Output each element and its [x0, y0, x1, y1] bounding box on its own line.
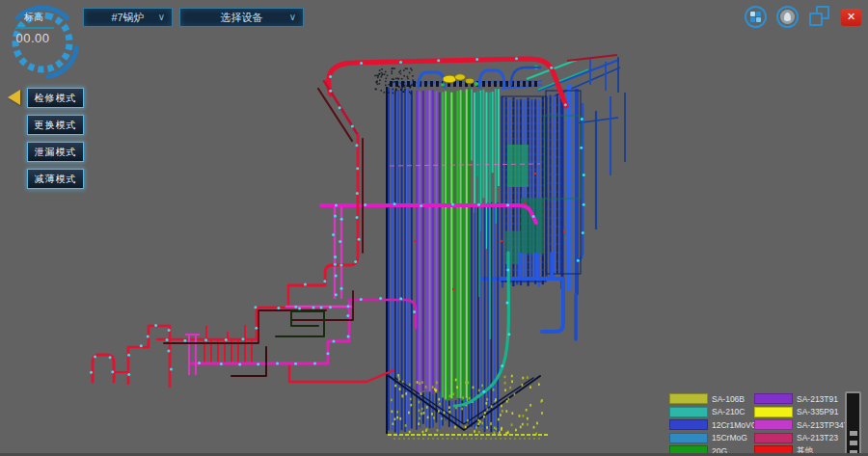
legend-label: 15CrMoG [712, 433, 747, 443]
device-select-dropdown[interactable]: 选择设备 ∨ [179, 8, 304, 27]
legend-label: SA-213T91 [797, 394, 838, 404]
layout-grid-icon[interactable] [745, 6, 767, 28]
legend-row: SA-213T23 [754, 433, 854, 443]
legend-swatch [669, 433, 708, 443]
layers-icon[interactable] [808, 6, 831, 28]
legend-scrollbar[interactable] [845, 391, 861, 456]
boiler-3d-model-viewport[interactable] [0, 0, 868, 456]
legend-label: SA-106B [712, 394, 745, 404]
gauge-divider [15, 27, 54, 29]
grid-squares [750, 12, 761, 22]
legend-row: 20G [669, 445, 757, 456]
close-button[interactable]: ✕ [841, 9, 861, 26]
legend-column-1: SA-106BSA-210C12Cr1MoVG15CrMoG20G [669, 393, 757, 456]
device-select-value: 选择设备 [221, 11, 263, 25]
legend-swatch [669, 419, 708, 430]
window-controls: ✕ [745, 6, 861, 28]
legend-row: 其他 [754, 445, 854, 456]
legend-row: SA-106B [669, 393, 757, 404]
mode-button-1[interactable]: 检修模式 [27, 88, 84, 108]
legend-row: SA-213T91 [754, 393, 854, 404]
droplet-icon[interactable] [776, 6, 799, 28]
legend-row: SA-210C [669, 407, 757, 417]
app-window: 标高 00.00 #7锅炉 ∨ 选择设备 ∨ ✕ 检修模式更换模式泄漏模式减薄模… [0, 0, 868, 456]
layers-front-square [809, 13, 823, 26]
legend-row: 12Cr1MoVG [669, 419, 757, 430]
legend-label: SA-213T23 [797, 433, 838, 443]
mode-button-2[interactable]: 更换模式 [27, 115, 84, 135]
legend-label: 20G [712, 446, 727, 456]
legend-swatch [669, 445, 708, 456]
chevron-down-icon: ∨ [158, 12, 165, 22]
gauge-label: 标高 [6, 11, 62, 24]
legend-row: 15CrMoG [669, 433, 757, 443]
legend-swatch [669, 407, 708, 417]
legend-label: SA-210C [712, 407, 746, 416]
chevron-down-icon: ∨ [289, 12, 296, 22]
mode-button-4[interactable]: 减薄模式 [27, 169, 84, 189]
legend-swatch [754, 419, 793, 430]
legend-swatch [754, 433, 793, 443]
mode-button-3[interactable]: 泄漏模式 [27, 142, 84, 162]
legend-label: 其他 [797, 445, 813, 456]
legend-swatch [754, 407, 793, 417]
boiler-select-dropdown[interactable]: #7锅炉 ∨ [83, 8, 173, 27]
droplet-shape [784, 13, 791, 21]
droplet-circle [780, 10, 795, 24]
elevation-gauge: 标高 00.00 [2, 0, 85, 83]
legend-swatch [669, 393, 708, 404]
gauge-value: 00.00 [4, 31, 62, 45]
legend-column-2: SA-213T91SA-335P91SA-213TP347HSA-213T23其… [754, 393, 854, 456]
legend-swatch [754, 445, 793, 456]
legend-swatch [754, 393, 793, 404]
legend-row: SA-335P91 [754, 407, 854, 417]
legend-row: SA-213TP347H [754, 419, 854, 430]
collapse-arrow-icon[interactable] [8, 90, 20, 105]
mode-panel: 检修模式更换模式泄漏模式减薄模式 [27, 88, 84, 189]
legend-label: SA-335P91 [797, 407, 838, 416]
legend-label: 12Cr1MoVG [712, 420, 757, 430]
boiler-select-value: #7锅炉 [111, 11, 144, 25]
close-icon: ✕ [847, 11, 855, 23]
